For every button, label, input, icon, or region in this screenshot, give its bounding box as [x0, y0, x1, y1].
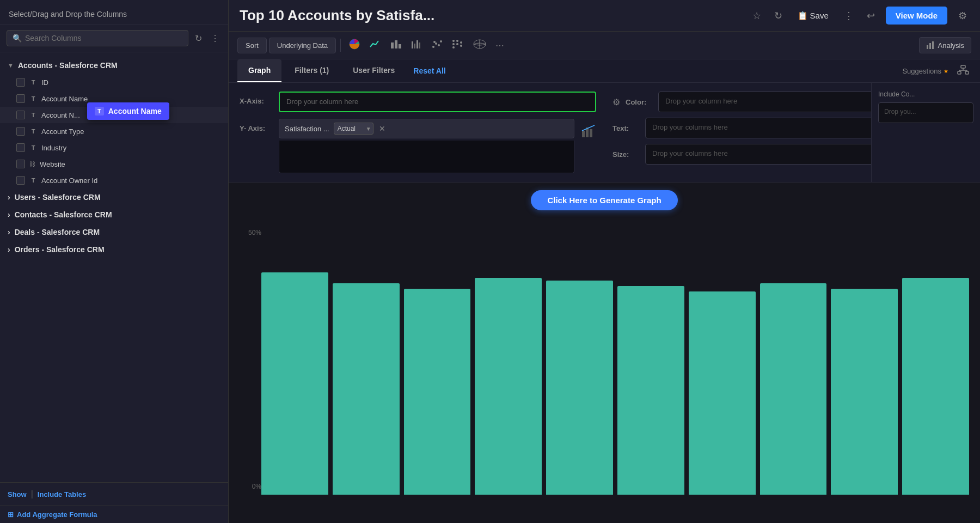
map-chart-button[interactable] [469, 37, 490, 53]
bar-group[interactable] [261, 223, 328, 495]
suggestions-button[interactable]: Suggestions ★ [902, 67, 948, 75]
y-axis-pill: Satisfaction ... ActualSumAverageCountMi… [279, 119, 574, 138]
svg-rect-24 [932, 41, 934, 49]
column-checkbox[interactable] [16, 160, 25, 168]
add-aggregate-button[interactable]: ⊞ Add Aggregate Formula [0, 506, 228, 523]
bar-chart-button[interactable] [387, 37, 405, 53]
chart-canvas: 50% 0% Rose R...DGS V...Mosto...Circuit … [240, 223, 969, 512]
tab-user-filters[interactable]: User Filters [342, 59, 406, 82]
underlying-data-button[interactable]: Underlying Data [269, 38, 336, 53]
group-accounts[interactable]: ▼ Accounts - Salesforce CRM [0, 57, 228, 74]
bar-group[interactable] [475, 223, 542, 495]
list-item[interactable]: T ID [0, 74, 228, 90]
svg-rect-22 [927, 45, 928, 49]
svg-point-15 [452, 46, 455, 48]
more-button[interactable]: ⋮ [842, 8, 856, 24]
dot-chart-button[interactable] [449, 37, 467, 53]
sort-button[interactable]: Sort [237, 38, 267, 53]
bar-group[interactable] [689, 223, 756, 495]
reset-all-button[interactable]: Reset All [408, 60, 451, 82]
chevron-right-icon: › [8, 245, 10, 254]
y-axis-remove-button[interactable]: ✕ [378, 124, 387, 133]
search-box: 🔍 [7, 30, 188, 46]
show-button[interactable]: Show [8, 490, 27, 498]
refresh-button[interactable]: ↻ [772, 8, 785, 24]
search-input[interactable] [25, 34, 182, 42]
bar [475, 278, 542, 495]
column-checkbox[interactable] [16, 127, 25, 136]
chevron-right-icon: › [8, 210, 10, 219]
columns-list: ▼ Accounts - Salesforce CRM T ID T Accou… [0, 52, 228, 482]
tab-filters[interactable]: Filters (1) [284, 59, 340, 82]
undo-button[interactable]: ↩ [865, 8, 877, 24]
column-checkbox[interactable] [16, 111, 25, 119]
toolbar-right: Analysis [919, 37, 971, 53]
generate-graph-button[interactable]: Click Here to Generate Graph [531, 190, 677, 210]
chevron-down-icon: ▼ [8, 62, 14, 69]
y-axis-aggregation-select[interactable]: ActualSumAverageCountMinMax [334, 123, 373, 135]
line-chart-button[interactable] [366, 37, 384, 53]
bar-group[interactable] [404, 223, 471, 495]
save-button[interactable]: 📋 Save [793, 9, 833, 23]
bar-group[interactable] [333, 223, 400, 495]
bar-group[interactable] [831, 223, 898, 495]
include-col-panel: Include Co... Drop you... [871, 83, 980, 182]
bar [902, 278, 969, 495]
x-axis-drop-zone[interactable]: Drop your column here [279, 92, 596, 112]
star-button[interactable]: ☆ [750, 8, 763, 24]
x-axis-label-text: Angel's [780, 506, 831, 523]
include-tables-button[interactable]: Include Tables [38, 490, 86, 498]
group-deals[interactable]: › Deals - Salesforce CRM [0, 223, 228, 241]
svg-point-11 [440, 40, 442, 42]
column-checkbox[interactable] [16, 94, 25, 103]
x-axis-label-text: Jack La... [637, 506, 689, 523]
list-item[interactable]: T Account Type [0, 123, 228, 139]
column-name: Website [40, 160, 65, 168]
bar-group[interactable] [617, 223, 684, 495]
list-item[interactable]: T Account Owner Id [0, 172, 228, 188]
hierarchy-button[interactable] [955, 63, 971, 80]
text-label: Text: [612, 124, 640, 132]
group-contacts[interactable]: › Contacts - Salesforce CRM [0, 206, 228, 223]
include-col-drop-zone[interactable]: Drop you... [878, 102, 973, 123]
grouped-bar-chart-button[interactable] [407, 37, 426, 53]
scatter-chart-button[interactable] [428, 37, 446, 53]
column-checkbox[interactable] [16, 176, 25, 185]
bar-group[interactable] [546, 223, 613, 495]
view-mode-button[interactable]: View Mode [886, 7, 947, 25]
type-icon: T [29, 95, 37, 102]
column-checkbox[interactable] [16, 78, 25, 87]
group-orders[interactable]: › Orders - Salesforce CRM [0, 241, 228, 258]
gear-icon: ⚙ [612, 97, 620, 107]
svg-point-9 [435, 42, 437, 45]
hierarchy-icon [957, 65, 969, 75]
y-axis-empty-area[interactable] [279, 141, 574, 173]
refresh-button[interactable]: ↻ [193, 31, 204, 46]
list-item[interactable]: T Industry [0, 139, 228, 156]
drag-type-icon: T [95, 107, 104, 115]
tab-graph[interactable]: Graph [237, 59, 281, 82]
chart-bars-container: Rose R...DGS V...Mosto...Circuit ...Grea… [261, 223, 969, 512]
analysis-button[interactable]: Analysis [919, 37, 971, 53]
svg-point-19 [460, 45, 462, 47]
graph-config: X-Axis: Drop your column here Y- Axis: S… [229, 83, 980, 183]
x-axis-label-text: Gas De... [708, 506, 760, 523]
group-users[interactable]: › Users - Salesforce CRM [0, 188, 228, 206]
x-axis-row: X-Axis: Drop your column here [240, 92, 596, 112]
column-checkbox[interactable] [16, 143, 25, 152]
list-item[interactable]: T Account N... T Account Name [0, 107, 228, 123]
list-item[interactable]: ⛓ Website [0, 156, 228, 172]
more-charts-button[interactable]: ⋯ [492, 38, 507, 53]
bar-group[interactable] [902, 223, 969, 495]
group-label: Contacts - Salesforce CRM [15, 210, 112, 219]
y-axis-labels: 50% 0% [240, 223, 261, 512]
more-options-button[interactable]: ⋮ [209, 31, 222, 46]
bar [333, 283, 400, 495]
bar-group[interactable] [760, 223, 827, 495]
svg-rect-4 [412, 41, 413, 48]
color-label: Color: [626, 98, 653, 106]
main-area: Top 10 Accounts by Satisfa... ☆ ↻ 📋 Save… [229, 0, 980, 523]
pie-chart-button[interactable] [345, 36, 364, 54]
settings-button[interactable]: ⚙ [956, 8, 969, 24]
sidebar: Select/Drag and Drop the Columns 🔍 ↻ ⋮ ▼… [0, 0, 229, 523]
